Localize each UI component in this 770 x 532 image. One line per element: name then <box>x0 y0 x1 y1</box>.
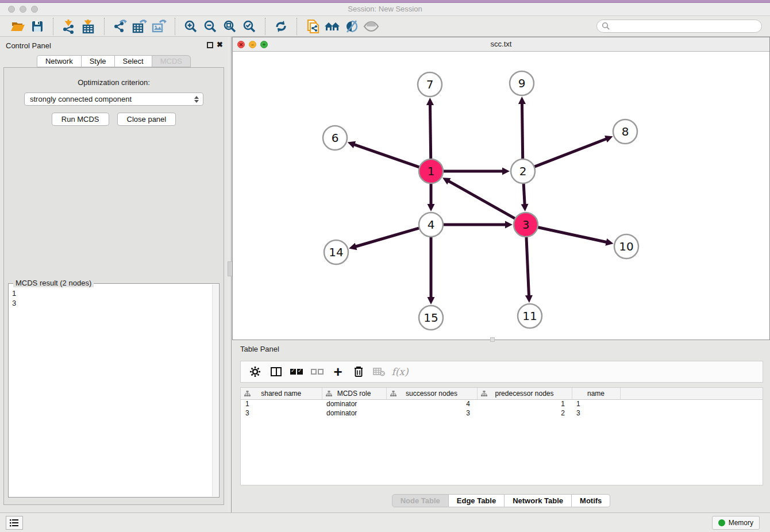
import-table-button[interactable] <box>79 17 98 36</box>
save-session-button[interactable] <box>28 17 47 36</box>
control-panel: Control Panel ✖ NetworkStyleSelectMCDS O… <box>0 37 228 512</box>
graph-edge-1-6[interactable] <box>353 144 419 167</box>
table-row[interactable]: 1dominator411 <box>241 399 763 408</box>
table-cell[interactable]: 3 <box>572 408 620 418</box>
table-row[interactable]: 3dominator323 <box>241 408 763 418</box>
graph-node-label: 8 <box>622 125 629 138</box>
gear-icon[interactable] <box>247 363 264 380</box>
graph-node-label: 15 <box>424 311 438 325</box>
tab-style[interactable]: Style <box>82 55 115 67</box>
toolbar-separator <box>297 18 297 35</box>
task-history-button[interactable] <box>6 516 23 530</box>
toggle-graphics-details-button[interactable] <box>342 17 361 36</box>
export-table-button[interactable] <box>130 17 149 36</box>
tab-select[interactable]: Select <box>115 55 152 67</box>
graph-edge-3-11[interactable] <box>526 237 529 296</box>
import-network-button[interactable] <box>59 17 79 36</box>
deselect-all-columns-icon[interactable] <box>309 363 326 380</box>
table-cell[interactable]: 1 <box>572 399 620 408</box>
zoom-fit-button[interactable] <box>220 17 240 36</box>
home-button[interactable] <box>322 17 342 36</box>
search-box[interactable] <box>596 20 762 33</box>
graph-edge-2-9[interactable] <box>522 103 522 159</box>
memory-button[interactable]: Memory <box>712 516 760 530</box>
add-column-icon[interactable]: + <box>329 363 346 380</box>
tab-edge-table[interactable]: Edge Table <box>449 494 505 507</box>
zoom-in-button[interactable] <box>181 17 201 36</box>
table-toolbar: + f(x) <box>240 361 763 383</box>
control-panel-tabs: NetworkStyleSelectMCDS <box>0 55 228 67</box>
close-panel-button[interactable]: Close panel <box>117 113 176 126</box>
control-panel-title: Control Panel <box>6 41 51 50</box>
memory-label: Memory <box>729 519 753 527</box>
run-mcds-button[interactable]: Run MCDS <box>52 113 109 126</box>
network-window-titlebar[interactable]: ✕ − + scc.txt <box>233 37 769 52</box>
open-session-button[interactable] <box>8 17 28 36</box>
app-window-title: Session: New Session <box>0 5 770 13</box>
table-cell[interactable]: dominator <box>322 399 386 408</box>
table-cell[interactable]: 1 <box>241 399 322 408</box>
graph-edge-4-14[interactable] <box>355 228 419 247</box>
table-cell[interactable]: 4 <box>386 399 477 408</box>
optimization-criterion-select[interactable]: strongly connected component <box>24 92 203 106</box>
zoom-out-button[interactable] <box>201 17 220 36</box>
graph-node-label: 6 <box>332 131 339 145</box>
table-cell[interactable]: 1 <box>477 399 572 408</box>
tab-mcds[interactable]: MCDS <box>152 55 191 67</box>
tab-node-table[interactable]: Node Table <box>392 494 449 507</box>
apply-layout-button[interactable] <box>271 17 291 36</box>
tab-motifs[interactable]: Motifs <box>572 494 610 507</box>
graph-edge-3-1[interactable] <box>448 181 515 219</box>
table-cell[interactable]: dominator <box>322 408 386 418</box>
table-cell[interactable]: 3 <box>386 408 477 418</box>
mcds-result-text[interactable]: 1 3 <box>9 285 212 497</box>
graph-node-label: 1 <box>428 164 435 178</box>
export-image-button[interactable] <box>149 17 169 36</box>
graph-edge-arrow <box>349 243 357 250</box>
network-canvas[interactable]: 7968124314101511 <box>233 52 769 340</box>
graph-edge-2-3[interactable] <box>523 183 525 205</box>
main-toolbar <box>0 16 770 37</box>
zoom-selected-button[interactable] <box>240 17 259 36</box>
result-scrollbar[interactable] <box>212 284 218 496</box>
table-cell[interactable]: 2 <box>477 408 572 418</box>
export-network-button[interactable] <box>110 17 130 36</box>
column-header-name[interactable]: name <box>572 388 620 399</box>
status-bar: Memory <box>0 512 770 532</box>
graph-node-label: 10 <box>619 240 633 253</box>
column-header-shared-name[interactable]: shared name <box>241 388 322 399</box>
duplicate-network-button[interactable] <box>303 17 322 36</box>
split-columns-icon[interactable] <box>267 363 284 380</box>
select-all-columns-icon[interactable] <box>288 363 305 380</box>
close-panel-icon[interactable]: ✖ <box>217 40 223 49</box>
table-panel: Table Panel ✖ + f(x) shared nameMCDS rol… <box>232 342 770 512</box>
graph-edge-2-8[interactable] <box>534 138 607 167</box>
graph-edge-arrow <box>428 297 435 304</box>
float-panel-icon[interactable] <box>207 42 213 48</box>
graph-edge-arrow <box>505 221 513 229</box>
graph-node-label: 2 <box>519 164 527 178</box>
table-header-row[interactable]: shared nameMCDS rolesuccessor nodesprede… <box>241 388 763 399</box>
tab-network-table[interactable]: Network Table <box>505 494 572 507</box>
tab-network[interactable]: Network <box>37 55 82 67</box>
network-graph[interactable]: 7968124314101511 <box>233 52 769 340</box>
graph-edge-3-10[interactable] <box>538 227 607 242</box>
graph-node-label: 14 <box>329 245 343 259</box>
column-header-MCDS-role[interactable]: MCDS role <box>322 388 386 399</box>
mcds-panel: Optimization criterion: strongly connect… <box>3 67 224 505</box>
table-cell[interactable]: 3 <box>241 408 322 418</box>
delete-column-icon[interactable] <box>350 363 367 380</box>
table-body: 1dominator4113dominator323 <box>241 399 763 418</box>
graph-edge-arrow <box>426 98 434 105</box>
optimization-criterion-label: Optimization criterion: <box>4 78 224 87</box>
search-input[interactable] <box>613 22 757 30</box>
node-table[interactable]: shared nameMCDS rolesuccessor nodesprede… <box>240 387 763 485</box>
graph-edge-arrow <box>521 204 529 211</box>
search-icon <box>602 22 610 30</box>
column-header-predecessor-nodes[interactable]: predecessor nodes <box>477 388 572 399</box>
window-resize-grip[interactable] <box>490 337 495 342</box>
graph-edge-1-7[interactable] <box>430 104 430 159</box>
delete-table-icon-disabled <box>371 363 388 380</box>
graph-edge-arrow <box>348 141 356 148</box>
column-header-successor-nodes[interactable]: successor nodes <box>386 388 477 399</box>
